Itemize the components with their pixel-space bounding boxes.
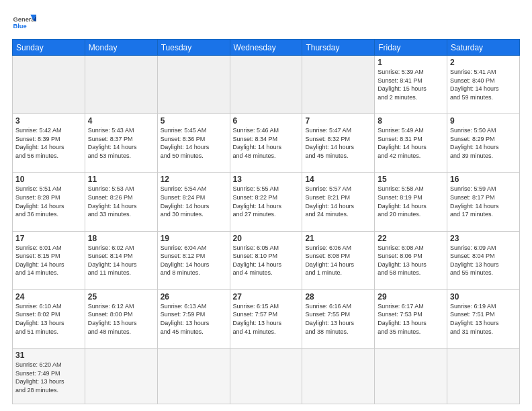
day-info: Sunrise: 6:09 AM Sunset: 8:04 PM Dayligh… — [450, 244, 517, 277]
calendar-cell — [230, 348, 302, 404]
day-info: Sunrise: 6:06 AM Sunset: 8:08 PM Dayligh… — [305, 244, 371, 277]
page: General Blue SundayMondayTuesdayWednesda… — [0, 0, 532, 411]
calendar-body: 1Sunrise: 5:39 AM Sunset: 8:41 PM Daylig… — [13, 56, 520, 404]
day-number: 12 — [161, 175, 227, 184]
calendar-cell: 6Sunrise: 5:46 AM Sunset: 8:34 PM Daylig… — [230, 114, 302, 173]
day-info: Sunrise: 5:53 AM Sunset: 8:26 PM Dayligh… — [88, 185, 154, 218]
calendar-cell: 10Sunrise: 5:51 AM Sunset: 8:28 PM Dayli… — [13, 173, 85, 231]
day-number: 3 — [15, 116, 82, 126]
calendar-cell: 22Sunrise: 6:08 AM Sunset: 8:06 PM Dayli… — [375, 231, 447, 289]
day-info: Sunrise: 6:13 AM Sunset: 7:59 PM Dayligh… — [161, 302, 227, 336]
day-info: Sunrise: 6:05 AM Sunset: 8:10 PM Dayligh… — [233, 244, 300, 277]
calendar-cell — [447, 348, 520, 404]
day-number: 14 — [305, 175, 371, 184]
day-info: Sunrise: 5:41 AM Sunset: 8:40 PM Dayligh… — [450, 68, 517, 101]
day-info: Sunrise: 6:08 AM Sunset: 8:06 PM Dayligh… — [378, 244, 444, 277]
calendar-cell: 31Sunrise: 6:20 AM Sunset: 7:49 PM Dayli… — [13, 348, 85, 404]
day-number: 1 — [378, 58, 444, 67]
day-number: 28 — [305, 292, 371, 302]
logo: General Blue — [12, 11, 36, 35]
day-number: 19 — [161, 234, 227, 243]
day-number: 13 — [233, 175, 300, 184]
calendar-cell: 8Sunrise: 5:49 AM Sunset: 8:31 PM Daylig… — [375, 114, 447, 173]
header: General Blue — [12, 11, 520, 35]
calendar-cell — [13, 56, 85, 114]
calendar-cell: 14Sunrise: 5:57 AM Sunset: 8:21 PM Dayli… — [302, 173, 375, 231]
day-info: Sunrise: 5:39 AM Sunset: 8:41 PM Dayligh… — [378, 68, 444, 101]
calendar-cell: 15Sunrise: 5:58 AM Sunset: 8:19 PM Dayli… — [375, 173, 447, 231]
day-info: Sunrise: 6:01 AM Sunset: 8:15 PM Dayligh… — [15, 244, 82, 277]
weekday-header-saturday: Saturday — [447, 40, 520, 56]
calendar-week-2: 3Sunrise: 5:42 AM Sunset: 8:39 PM Daylig… — [13, 114, 520, 173]
calendar-header: SundayMondayTuesdayWednesdayThursdayFrid… — [13, 40, 520, 56]
calendar-cell: 1Sunrise: 5:39 AM Sunset: 8:41 PM Daylig… — [375, 56, 447, 114]
day-info: Sunrise: 6:20 AM Sunset: 7:49 PM Dayligh… — [15, 361, 82, 394]
day-info: Sunrise: 6:17 AM Sunset: 7:53 PM Dayligh… — [378, 302, 444, 336]
day-info: Sunrise: 5:55 AM Sunset: 8:22 PM Dayligh… — [233, 185, 300, 218]
day-info: Sunrise: 5:50 AM Sunset: 8:29 PM Dayligh… — [450, 126, 517, 160]
day-number: 23 — [450, 234, 517, 243]
weekday-header-thursday: Thursday — [302, 40, 375, 56]
day-number: 9 — [450, 116, 517, 126]
day-number: 22 — [378, 234, 444, 243]
calendar-cell: 9Sunrise: 5:50 AM Sunset: 8:29 PM Daylig… — [447, 114, 520, 173]
day-number: 7 — [305, 116, 371, 126]
day-number: 21 — [305, 234, 371, 243]
calendar-cell: 21Sunrise: 6:06 AM Sunset: 8:08 PM Dayli… — [302, 231, 375, 289]
day-info: Sunrise: 6:19 AM Sunset: 7:51 PM Dayligh… — [450, 302, 517, 336]
day-number: 31 — [15, 351, 82, 360]
calendar-table: SundayMondayTuesdayWednesdayThursdayFrid… — [12, 39, 520, 404]
day-info: Sunrise: 6:02 AM Sunset: 8:14 PM Dayligh… — [88, 244, 154, 277]
calendar-cell — [230, 56, 302, 114]
day-info: Sunrise: 5:45 AM Sunset: 8:36 PM Dayligh… — [161, 126, 227, 160]
day-number: 29 — [378, 292, 444, 302]
day-number: 25 — [88, 292, 154, 302]
day-number: 20 — [233, 234, 300, 243]
day-number: 18 — [88, 234, 154, 243]
calendar-cell: 4Sunrise: 5:43 AM Sunset: 8:37 PM Daylig… — [85, 114, 157, 173]
day-info: Sunrise: 6:16 AM Sunset: 7:55 PM Dayligh… — [305, 302, 371, 336]
calendar-cell: 11Sunrise: 5:53 AM Sunset: 8:26 PM Dayli… — [85, 173, 157, 231]
calendar-cell: 17Sunrise: 6:01 AM Sunset: 8:15 PM Dayli… — [13, 231, 85, 289]
day-info: Sunrise: 5:49 AM Sunset: 8:31 PM Dayligh… — [378, 126, 444, 160]
day-info: Sunrise: 5:47 AM Sunset: 8:32 PM Dayligh… — [305, 126, 371, 160]
calendar-cell: 23Sunrise: 6:09 AM Sunset: 8:04 PM Dayli… — [447, 231, 520, 289]
day-info: Sunrise: 5:43 AM Sunset: 8:37 PM Dayligh… — [88, 126, 154, 160]
day-info: Sunrise: 5:46 AM Sunset: 8:34 PM Dayligh… — [233, 126, 300, 160]
calendar-cell: 13Sunrise: 5:55 AM Sunset: 8:22 PM Dayli… — [230, 173, 302, 231]
calendar-cell: 30Sunrise: 6:19 AM Sunset: 7:51 PM Dayli… — [447, 289, 520, 348]
calendar-cell: 26Sunrise: 6:13 AM Sunset: 7:59 PM Dayli… — [157, 289, 230, 348]
weekday-header-row: SundayMondayTuesdayWednesdayThursdayFrid… — [13, 40, 520, 56]
day-info: Sunrise: 5:58 AM Sunset: 8:19 PM Dayligh… — [378, 185, 444, 218]
day-info: Sunrise: 5:59 AM Sunset: 8:17 PM Dayligh… — [450, 185, 517, 218]
day-info: Sunrise: 5:54 AM Sunset: 8:24 PM Dayligh… — [161, 185, 227, 218]
calendar-cell: 29Sunrise: 6:17 AM Sunset: 7:53 PM Dayli… — [375, 289, 447, 348]
calendar-week-6: 31Sunrise: 6:20 AM Sunset: 7:49 PM Dayli… — [13, 348, 520, 404]
weekday-header-monday: Monday — [85, 40, 157, 56]
day-number: 4 — [88, 116, 154, 126]
calendar-cell: 7Sunrise: 5:47 AM Sunset: 8:32 PM Daylig… — [302, 114, 375, 173]
calendar-week-4: 17Sunrise: 6:01 AM Sunset: 8:15 PM Dayli… — [13, 231, 520, 289]
day-info: Sunrise: 5:51 AM Sunset: 8:28 PM Dayligh… — [15, 185, 82, 218]
calendar-cell: 2Sunrise: 5:41 AM Sunset: 8:40 PM Daylig… — [447, 56, 520, 114]
weekday-header-tuesday: Tuesday — [157, 40, 230, 56]
weekday-header-sunday: Sunday — [13, 40, 85, 56]
day-number: 17 — [15, 234, 82, 243]
calendar-cell — [302, 56, 375, 114]
day-number: 2 — [450, 58, 517, 67]
day-info: Sunrise: 6:10 AM Sunset: 8:02 PM Dayligh… — [15, 302, 82, 336]
calendar-cell: 18Sunrise: 6:02 AM Sunset: 8:14 PM Dayli… — [85, 231, 157, 289]
svg-text:Blue: Blue — [13, 23, 26, 30]
day-number: 11 — [88, 175, 154, 184]
calendar-week-3: 10Sunrise: 5:51 AM Sunset: 8:28 PM Dayli… — [13, 173, 520, 231]
calendar-week-1: 1Sunrise: 5:39 AM Sunset: 8:41 PM Daylig… — [13, 56, 520, 114]
day-number: 26 — [161, 292, 227, 302]
calendar-cell: 12Sunrise: 5:54 AM Sunset: 8:24 PM Dayli… — [157, 173, 230, 231]
calendar-cell — [157, 56, 230, 114]
calendar-cell: 24Sunrise: 6:10 AM Sunset: 8:02 PM Dayli… — [13, 289, 85, 348]
day-number: 10 — [15, 175, 82, 184]
day-number: 24 — [15, 292, 82, 302]
day-info: Sunrise: 6:12 AM Sunset: 8:00 PM Dayligh… — [88, 302, 154, 336]
day-number: 15 — [378, 175, 444, 184]
day-info: Sunrise: 5:57 AM Sunset: 8:21 PM Dayligh… — [305, 185, 371, 218]
